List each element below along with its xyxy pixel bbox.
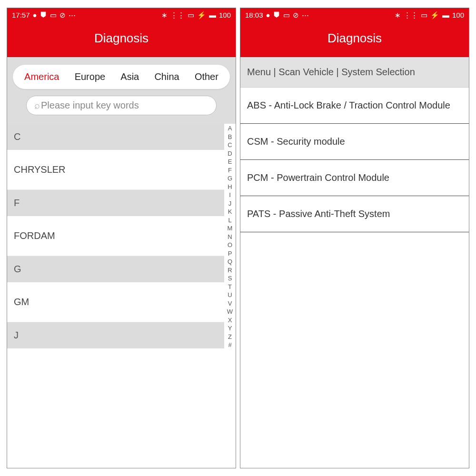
alpha-letter[interactable]: C xyxy=(228,141,232,149)
brand-row[interactable]: GM xyxy=(7,282,224,322)
alpha-letter[interactable]: R xyxy=(228,267,232,274)
battery-icon: ▭ xyxy=(188,11,194,19)
alpha-letter[interactable]: M xyxy=(228,225,233,232)
battery-full-icon: ▬ xyxy=(442,11,449,19)
alpha-letter[interactable]: U xyxy=(228,291,232,298)
battery-icon: ▭ xyxy=(421,11,427,19)
system-row[interactable]: CSM - Security module xyxy=(240,124,469,160)
status-time: 17:57 xyxy=(12,11,30,19)
status-bar: 18:03 ● ⛊ ▭ ⊘ ⋯ ∗ ⋮⋮ ▭ ⚡ ▬ 100 xyxy=(240,8,469,21)
alpha-letter[interactable]: A xyxy=(228,125,232,132)
region-tabs-wrap: AmericaEuropeAsiaChinaOther xyxy=(7,57,236,96)
phone-left: 17:57 ● ⛊ ▭ ⊘ ⋯ ∗ ⋮⋮ ▭ ⚡ ▬ 100 Diagnosis… xyxy=(7,8,236,468)
search-placeholder: Please input key words xyxy=(41,100,139,111)
alpha-letter[interactable]: W xyxy=(227,308,233,315)
alpha-letter[interactable]: Y xyxy=(228,325,232,332)
phone-right: 18:03 ● ⛊ ▭ ⊘ ⋯ ∗ ⋮⋮ ▭ ⚡ ▬ 100 Diagnosis… xyxy=(240,8,469,468)
system-list: ABS - Anti-Lock Brake / Traction Control… xyxy=(240,88,469,468)
card-icon: ▭ xyxy=(283,11,290,19)
status-time: 18:03 xyxy=(245,11,263,19)
alpha-letter[interactable]: E xyxy=(228,158,232,165)
alpha-letter[interactable]: F xyxy=(228,167,232,174)
section-header: G xyxy=(7,256,224,282)
alpha-letter[interactable]: D xyxy=(228,150,232,157)
alpha-letter[interactable]: P xyxy=(228,250,232,257)
region-tabs: AmericaEuropeAsiaChinaOther xyxy=(13,65,230,89)
battery-pct: 100 xyxy=(452,11,464,19)
alpha-letter[interactable]: S xyxy=(228,275,232,282)
status-bar: 17:57 ● ⛊ ▭ ⊘ ⋯ ∗ ⋮⋮ ▭ ⚡ ▬ 100 xyxy=(7,8,236,21)
tab-europe[interactable]: Europe xyxy=(75,71,106,82)
tab-america[interactable]: America xyxy=(24,71,59,82)
bluetooth-icon: ∗ xyxy=(161,11,168,19)
status-right: ∗ ⋮⋮ ▭ ⚡ ▬ 100 xyxy=(161,11,231,19)
alpha-letter[interactable]: J xyxy=(228,200,232,207)
no-icon: ⊘ xyxy=(60,11,66,19)
alpha-letter[interactable]: O xyxy=(228,241,232,248)
alpha-letter[interactable]: # xyxy=(228,341,231,348)
alpha-letter[interactable]: I xyxy=(229,191,231,198)
search-icon: ⌕ xyxy=(34,100,40,111)
more-icon: ⋯ xyxy=(302,11,309,19)
tab-asia[interactable]: Asia xyxy=(120,71,139,82)
search-input[interactable]: ⌕ Please input key words xyxy=(26,96,217,115)
alpha-letter[interactable]: Z xyxy=(228,333,232,340)
page-title: Diagnosis xyxy=(7,21,236,57)
shield-icon: ⛊ xyxy=(40,11,47,19)
card-icon: ▭ xyxy=(50,11,57,19)
battery-pct: 100 xyxy=(219,11,231,19)
search-wrap: ⌕ Please input key words xyxy=(7,96,236,124)
battery-full-icon: ▬ xyxy=(209,11,216,19)
alpha-letter[interactable]: B xyxy=(228,133,232,140)
alpha-letter[interactable]: L xyxy=(228,217,231,224)
section-header: C xyxy=(7,124,224,150)
alpha-letter[interactable]: H xyxy=(228,183,232,190)
chat-icon: ● xyxy=(33,11,37,19)
section-header: F xyxy=(7,190,224,216)
alpha-letter[interactable]: K xyxy=(228,208,232,215)
tab-other[interactable]: Other xyxy=(195,71,218,82)
section-header: J xyxy=(7,322,224,348)
system-row[interactable]: PCM - Powertrain Control Module xyxy=(240,160,469,196)
alpha-letter[interactable]: X xyxy=(228,317,232,324)
alpha-letter[interactable]: T xyxy=(228,283,232,290)
brand-row[interactable]: CHRYSLER xyxy=(7,150,224,190)
status-left: 17:57 ● ⛊ ▭ ⊘ ⋯ xyxy=(12,11,76,19)
alpha-index[interactable]: ABCDEFGHIJKLMNOPQRSTUVWXYZ# xyxy=(224,124,236,468)
alpha-letter[interactable]: N xyxy=(228,233,232,240)
brand-list-area: CCHRYSLERFFORDAMGGMJ ABCDEFGHIJKLMNOPQRS… xyxy=(7,124,236,468)
chat-icon: ● xyxy=(266,11,270,19)
status-right: ∗ ⋮⋮ ▭ ⚡ ▬ 100 xyxy=(395,11,464,19)
breadcrumb: Menu | Scan Vehicle | System Selection xyxy=(240,57,469,88)
system-row[interactable]: ABS - Anti-Lock Brake / Traction Control… xyxy=(240,88,469,124)
status-left: 18:03 ● ⛊ ▭ ⊘ ⋯ xyxy=(245,11,309,19)
brand-row[interactable]: FORDAM xyxy=(7,216,224,256)
more-icon: ⋯ xyxy=(69,11,76,19)
bluetooth-icon: ∗ xyxy=(395,11,401,19)
wifi-icon: ⋮⋮ xyxy=(404,11,418,19)
system-row[interactable]: PATS - Passive Anti-Theft System xyxy=(240,196,469,232)
alpha-letter[interactable]: Q xyxy=(228,258,232,265)
no-icon: ⊘ xyxy=(293,11,299,19)
shield-icon: ⛊ xyxy=(273,11,280,19)
wifi-icon: ⋮⋮ xyxy=(170,11,185,19)
alpha-letter[interactable]: G xyxy=(228,175,232,182)
charge-icon: ⚡ xyxy=(197,11,206,19)
alpha-letter[interactable]: V xyxy=(228,300,232,307)
charge-icon: ⚡ xyxy=(430,11,439,19)
brand-list[interactable]: CCHRYSLERFFORDAMGGMJ xyxy=(7,124,224,468)
tab-china[interactable]: China xyxy=(154,71,179,82)
page-title: Diagnosis xyxy=(240,21,469,57)
